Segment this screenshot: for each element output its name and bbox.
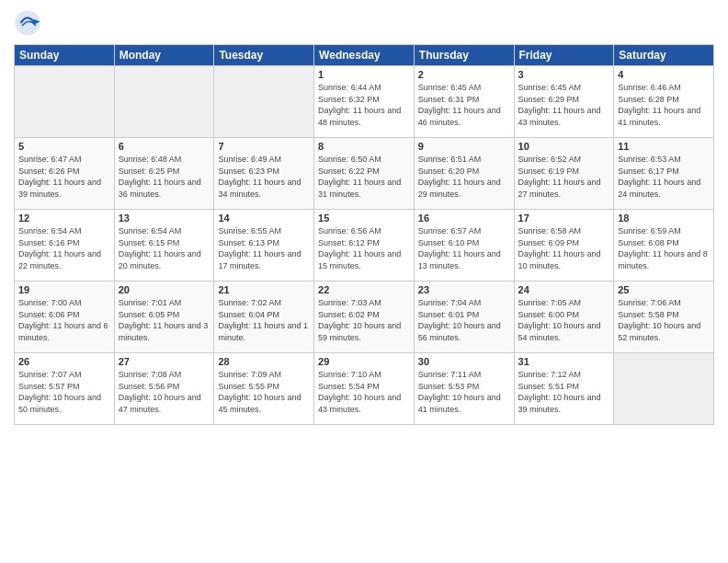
day-info: Sunrise: 6:56 AM Sunset: 6:12 PM Dayligh… — [318, 225, 410, 271]
sunrise-label: Sunrise: 7:02 AM — [218, 298, 281, 307]
day-info: Sunrise: 6:59 AM Sunset: 6:08 PM Dayligh… — [618, 225, 710, 271]
sunrise-label: Sunrise: 7:01 AM — [119, 298, 182, 307]
day-number: 21 — [218, 284, 310, 295]
daylight-label: Daylight: 11 hours and 29 minutes. — [418, 178, 501, 199]
week-row-3: 12 Sunrise: 6:54 AM Sunset: 6:16 PM Dayl… — [15, 210, 714, 282]
page-header — [14, 9, 714, 37]
daylight-label: Daylight: 11 hours and 13 minutes. — [418, 249, 501, 270]
daylight-label: Daylight: 11 hours and 10 minutes. — [518, 249, 601, 270]
calendar-table: SundayMondayTuesdayWednesdayThursdayFrid… — [14, 44, 714, 425]
weekday-header-wednesday: Wednesday — [314, 45, 415, 66]
day-number: 5 — [18, 141, 110, 152]
day-cell: 10 Sunrise: 6:52 AM Sunset: 6:19 PM Dayl… — [514, 138, 614, 210]
day-info: Sunrise: 6:53 AM Sunset: 6:17 PM Dayligh… — [618, 154, 710, 200]
sunset-label: Sunset: 6:06 PM — [18, 310, 80, 319]
sunset-label: Sunset: 6:05 PM — [119, 310, 180, 319]
daylight-label: Daylight: 11 hours and 41 minutes. — [618, 106, 700, 127]
daylight-label: Daylight: 11 hours and 31 minutes. — [318, 178, 401, 199]
daylight-label: Daylight: 10 hours and 47 minutes. — [119, 393, 201, 414]
sunset-label: Sunset: 6:15 PM — [119, 238, 180, 247]
sunset-label: Sunset: 6:29 PM — [518, 95, 580, 104]
day-number: 14 — [218, 213, 310, 224]
day-number: 16 — [418, 213, 510, 224]
sunrise-label: Sunrise: 7:09 AM — [218, 370, 281, 379]
day-info: Sunrise: 6:48 AM Sunset: 6:25 PM Dayligh… — [119, 154, 210, 200]
daylight-label: Daylight: 11 hours and 17 minutes. — [218, 249, 301, 270]
sunrise-label: Sunrise: 6:54 AM — [119, 226, 182, 236]
day-info: Sunrise: 6:46 AM Sunset: 6:28 PM Dayligh… — [618, 82, 710, 128]
day-number: 25 — [618, 284, 710, 295]
sunset-label: Sunset: 6:32 PM — [318, 95, 380, 104]
weekday-header-friday: Friday — [514, 45, 614, 66]
day-info: Sunrise: 7:03 AM Sunset: 6:02 PM Dayligh… — [318, 297, 410, 343]
daylight-label: Daylight: 11 hours and 22 minutes. — [18, 249, 101, 270]
sunrise-label: Sunrise: 6:55 AM — [218, 226, 281, 236]
daylight-label: Daylight: 10 hours and 41 minutes. — [418, 393, 501, 414]
daylight-label: Daylight: 11 hours and 20 minutes. — [119, 249, 201, 270]
daylight-label: Daylight: 10 hours and 54 minutes. — [518, 321, 601, 342]
day-cell — [15, 66, 115, 138]
day-cell: 1 Sunrise: 6:44 AM Sunset: 6:32 PM Dayli… — [314, 66, 415, 138]
sunset-label: Sunset: 6:13 PM — [218, 238, 279, 247]
daylight-label: Daylight: 10 hours and 52 minutes. — [618, 321, 700, 342]
weekday-header-thursday: Thursday — [414, 45, 514, 66]
sunset-label: Sunset: 6:10 PM — [418, 238, 480, 247]
daylight-label: Daylight: 10 hours and 59 minutes. — [318, 321, 401, 342]
sunrise-label: Sunrise: 7:07 AM — [18, 370, 82, 379]
day-number: 12 — [18, 213, 110, 224]
daylight-label: Daylight: 11 hours and 15 minutes. — [318, 249, 401, 270]
sunrise-label: Sunrise: 6:57 AM — [418, 226, 482, 236]
day-cell: 19 Sunrise: 7:00 AM Sunset: 6:06 PM Dayl… — [15, 282, 115, 353]
day-cell: 26 Sunrise: 7:07 AM Sunset: 5:57 PM Dayl… — [15, 353, 115, 425]
day-number: 18 — [618, 213, 710, 224]
daylight-label: Daylight: 11 hours and 46 minutes. — [418, 106, 501, 127]
day-number: 4 — [618, 69, 710, 80]
sunset-label: Sunset: 6:04 PM — [218, 310, 279, 319]
day-cell: 9 Sunrise: 6:51 AM Sunset: 6:20 PM Dayli… — [414, 138, 514, 210]
sunset-label: Sunset: 5:53 PM — [418, 382, 480, 391]
day-info: Sunrise: 6:55 AM Sunset: 6:13 PM Dayligh… — [218, 225, 310, 271]
daylight-label: Daylight: 11 hours and 43 minutes. — [518, 106, 601, 127]
day-number: 26 — [18, 356, 110, 367]
sunrise-label: Sunrise: 6:58 AM — [518, 226, 582, 236]
day-number: 3 — [518, 69, 610, 80]
day-number: 8 — [318, 141, 410, 152]
day-cell: 29 Sunrise: 7:10 AM Sunset: 5:54 PM Dayl… — [314, 353, 415, 425]
sunrise-label: Sunrise: 7:08 AM — [119, 370, 182, 379]
week-row-1: 1 Sunrise: 6:44 AM Sunset: 6:32 PM Dayli… — [15, 66, 714, 138]
day-info: Sunrise: 6:54 AM Sunset: 6:16 PM Dayligh… — [18, 225, 110, 271]
daylight-label: Daylight: 11 hours and 1 minute. — [218, 321, 308, 342]
day-info: Sunrise: 7:07 AM Sunset: 5:57 PM Dayligh… — [18, 369, 110, 415]
day-cell: 23 Sunrise: 7:04 AM Sunset: 6:01 PM Dayl… — [414, 282, 514, 353]
sunset-label: Sunset: 6:28 PM — [618, 95, 679, 104]
day-cell: 18 Sunrise: 6:59 AM Sunset: 6:08 PM Dayl… — [614, 210, 714, 282]
sunset-label: Sunset: 6:19 PM — [518, 167, 580, 176]
day-cell: 12 Sunrise: 6:54 AM Sunset: 6:16 PM Dayl… — [15, 210, 115, 282]
sunrise-label: Sunrise: 6:47 AM — [18, 155, 82, 164]
sunrise-label: Sunrise: 6:48 AM — [119, 155, 182, 164]
sunset-label: Sunset: 6:08 PM — [618, 238, 679, 247]
sunset-label: Sunset: 6:17 PM — [618, 167, 679, 176]
daylight-label: Daylight: 11 hours and 3 minutes. — [119, 321, 209, 342]
logo-icon — [14, 9, 41, 37]
day-number: 30 — [418, 356, 510, 367]
day-number: 19 — [18, 284, 110, 295]
sunrise-label: Sunrise: 6:46 AM — [618, 83, 681, 92]
sunset-label: Sunset: 6:02 PM — [318, 310, 380, 319]
day-info: Sunrise: 6:49 AM Sunset: 6:23 PM Dayligh… — [218, 154, 310, 200]
daylight-label: Daylight: 11 hours and 27 minutes. — [518, 178, 601, 199]
sunrise-label: Sunrise: 6:51 AM — [418, 155, 482, 164]
sunrise-label: Sunrise: 7:06 AM — [618, 298, 681, 307]
day-info: Sunrise: 7:04 AM Sunset: 6:01 PM Dayligh… — [418, 297, 510, 343]
day-number: 31 — [518, 356, 610, 367]
sunrise-label: Sunrise: 6:45 AM — [518, 83, 582, 92]
day-number: 10 — [518, 141, 610, 152]
weekday-header-row: SundayMondayTuesdayWednesdayThursdayFrid… — [15, 45, 714, 66]
day-number: 1 — [318, 69, 410, 80]
sunrise-label: Sunrise: 6:49 AM — [218, 155, 281, 164]
day-info: Sunrise: 6:47 AM Sunset: 6:26 PM Dayligh… — [18, 154, 110, 200]
day-info: Sunrise: 6:45 AM Sunset: 6:31 PM Dayligh… — [418, 82, 510, 128]
day-info: Sunrise: 7:09 AM Sunset: 5:55 PM Dayligh… — [218, 369, 310, 415]
sunrise-label: Sunrise: 7:10 AM — [318, 370, 381, 379]
week-row-4: 19 Sunrise: 7:00 AM Sunset: 6:06 PM Dayl… — [15, 282, 714, 353]
